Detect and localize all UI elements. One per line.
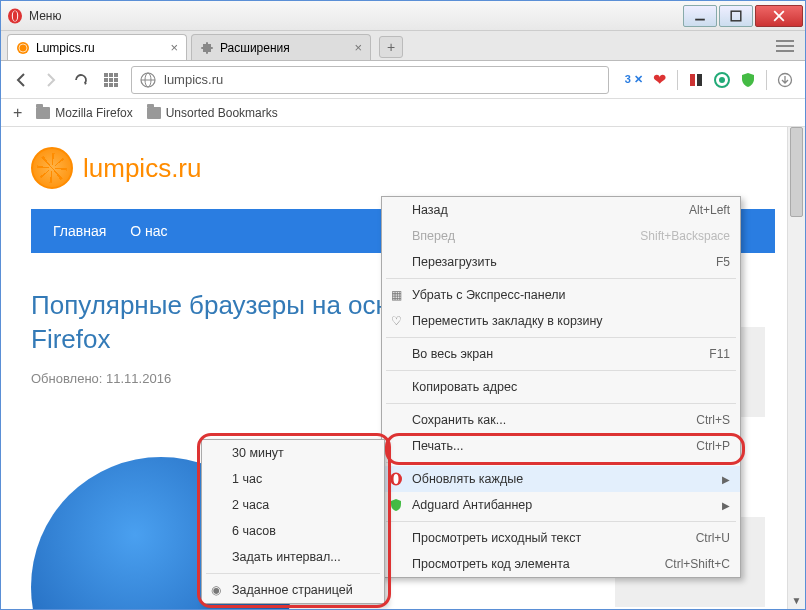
separator <box>766 70 767 90</box>
chevron-right-icon: ▶ <box>722 500 730 511</box>
favicon-icon <box>16 41 30 55</box>
menu-button[interactable]: Меню <box>29 9 69 23</box>
separator <box>386 403 736 404</box>
svg-rect-15 <box>104 78 108 82</box>
tab-close-icon[interactable]: × <box>170 40 178 55</box>
heart-icon[interactable]: ❤ <box>649 70 669 90</box>
svg-rect-25 <box>697 74 702 86</box>
chevron-right-icon: ▶ <box>722 474 730 485</box>
shield-icon[interactable] <box>738 70 758 90</box>
tab-strip: Lumpics.ru × Расширения × + <box>1 31 805 61</box>
download-icon[interactable] <box>775 70 795 90</box>
svg-rect-18 <box>104 83 108 87</box>
address-toolbar: lumpics.ru 3 ✕ ❤ <box>1 61 805 99</box>
svg-point-2 <box>13 11 17 21</box>
back-button[interactable] <box>11 70 31 90</box>
address-url: lumpics.ru <box>164 72 223 87</box>
separator <box>386 337 736 338</box>
toolbar-right: 3 ✕ ❤ <box>625 70 795 90</box>
opera-icon <box>7 8 23 24</box>
window-titlebar: Меню <box>1 1 805 31</box>
separator <box>677 70 678 90</box>
heart-outline-icon: ♡ <box>388 313 404 329</box>
ctx-refresh-every[interactable]: Обновлять каждые▶ <box>382 466 740 492</box>
ctx-move-trash[interactable]: ♡Переместить закладку в корзину <box>382 308 740 334</box>
svg-rect-14 <box>114 73 118 77</box>
speed-dial-icon[interactable] <box>101 70 121 90</box>
reload-button[interactable] <box>71 70 91 90</box>
panel-toggle-icon[interactable] <box>775 36 795 56</box>
opera-small-icon <box>388 471 404 487</box>
tab-title: Lumpics.ru <box>36 41 95 55</box>
ctx-1h[interactable]: 1 час <box>202 466 384 492</box>
svg-rect-13 <box>109 73 113 77</box>
forward-button[interactable] <box>41 70 61 90</box>
minimize-button[interactable] <box>683 5 717 27</box>
svg-rect-4 <box>731 11 741 21</box>
ctx-inspect[interactable]: Просмотреть код элементаCtrl+Shift+C <box>382 551 740 577</box>
add-bookmark-button[interactable]: + <box>13 104 22 122</box>
separator <box>386 521 736 522</box>
separator <box>386 370 736 371</box>
separator <box>206 573 380 574</box>
grid-icon: ▦ <box>388 287 404 303</box>
svg-point-30 <box>394 474 399 484</box>
ctx-by-page[interactable]: ◉Заданное страницей <box>202 577 384 603</box>
separator <box>386 462 736 463</box>
bookmark-folder[interactable]: Unsorted Bookmarks <box>147 106 278 120</box>
address-bar[interactable]: lumpics.ru <box>131 66 609 94</box>
scroll-down-icon[interactable]: ▼ <box>788 591 805 609</box>
tab-active[interactable]: Lumpics.ru × <box>7 34 187 60</box>
context-submenu-refresh: 30 минут 1 час 2 часа 6 часов Задать инт… <box>201 439 385 604</box>
radio-checked-icon: ◉ <box>208 582 224 598</box>
ctx-custom-interval[interactable]: Задать интервал... <box>202 544 384 570</box>
svg-rect-12 <box>104 73 108 77</box>
scrollbar[interactable]: ▲ ▼ <box>787 127 805 609</box>
ctx-save-as[interactable]: Сохранить как...Ctrl+S <box>382 407 740 433</box>
ctx-back[interactable]: НазадAlt+Left <box>382 197 740 223</box>
new-tab-button[interactable]: + <box>379 36 403 58</box>
site-logo[interactable]: lumpics.ru <box>31 147 775 189</box>
nav-about[interactable]: О нас <box>130 223 167 239</box>
adguard-icon <box>388 497 404 513</box>
tab-close-icon[interactable]: × <box>354 40 362 55</box>
context-menu: НазадAlt+Left ВпередShift+Backspace Пере… <box>381 196 741 578</box>
svg-rect-19 <box>109 83 113 87</box>
folder-icon <box>147 107 161 119</box>
orange-icon <box>31 147 73 189</box>
ctx-fullscreen[interactable]: Во весь экранF11 <box>382 341 740 367</box>
ctx-6h[interactable]: 6 часов <box>202 518 384 544</box>
separator <box>386 278 736 279</box>
bookmarks-bar: + Mozilla Firefox Unsorted Bookmarks <box>1 99 805 127</box>
ctx-adguard[interactable]: Adguard Антибаннер▶ <box>382 492 740 518</box>
svg-rect-17 <box>114 78 118 82</box>
site-name: lumpics.ru <box>83 153 201 184</box>
ctx-2h[interactable]: 2 часа <box>202 492 384 518</box>
ctx-remove-speeddial[interactable]: ▦Убрать с Экспресс-панели <box>382 282 740 308</box>
close-button[interactable] <box>755 5 803 27</box>
ctx-reload[interactable]: ПерезагрузитьF5 <box>382 249 740 275</box>
globe-icon <box>140 72 156 88</box>
svg-point-27 <box>719 77 725 83</box>
tab-title: Расширения <box>220 41 290 55</box>
ctx-30min[interactable]: 30 минут <box>202 440 384 466</box>
badge-count[interactable]: 3 ✕ <box>625 73 643 86</box>
ctx-print[interactable]: Печать...Ctrl+P <box>382 433 740 459</box>
extension-icon-2[interactable] <box>712 70 732 90</box>
tab-inactive[interactable]: Расширения × <box>191 34 371 60</box>
ctx-view-source[interactable]: Просмотреть исходный текстCtrl+U <box>382 525 740 551</box>
ctx-copy-address[interactable]: Копировать адрес <box>382 374 740 400</box>
puzzle-icon <box>200 41 214 55</box>
nav-home[interactable]: Главная <box>53 223 106 239</box>
svg-rect-24 <box>690 74 695 86</box>
maximize-button[interactable] <box>719 5 753 27</box>
svg-rect-20 <box>114 83 118 87</box>
ctx-forward: ВпередShift+Backspace <box>382 223 740 249</box>
extension-icon-1[interactable] <box>686 70 706 90</box>
svg-rect-16 <box>109 78 113 82</box>
folder-icon <box>36 107 50 119</box>
scroll-thumb[interactable] <box>790 127 803 217</box>
bookmark-folder[interactable]: Mozilla Firefox <box>36 106 132 120</box>
